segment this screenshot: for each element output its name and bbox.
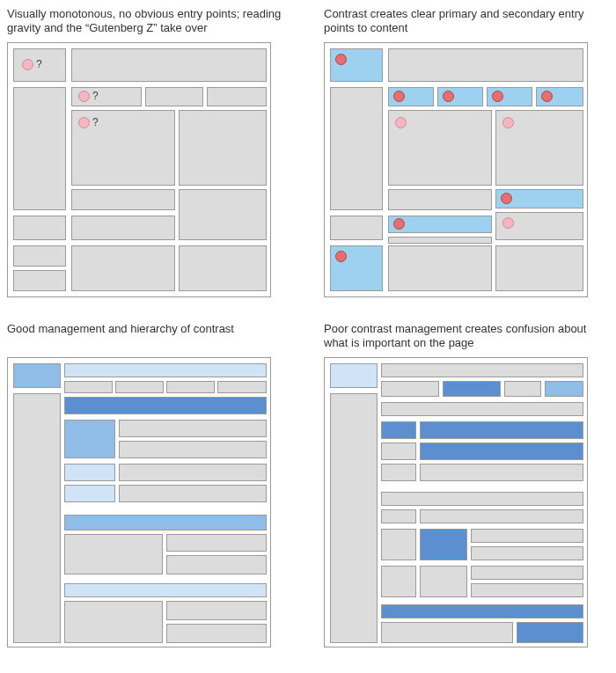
dot-icon bbox=[78, 117, 90, 128]
caption: Good management and hierarchy of contras… bbox=[7, 322, 292, 352]
dot-icon bbox=[502, 217, 514, 229]
panel-monotonous: Visually monotonous, no obvious entry po… bbox=[7, 7, 292, 297]
question-icon: ? bbox=[92, 116, 99, 128]
caption: Contrast creates clear primary and secon… bbox=[324, 7, 609, 37]
dot-icon bbox=[22, 59, 33, 70]
dot-icon bbox=[443, 91, 454, 102]
caption: Poor contrast management creates confusi… bbox=[324, 322, 609, 352]
question-icon: ? bbox=[92, 90, 99, 102]
dot-icon bbox=[393, 218, 405, 230]
dot-icon bbox=[502, 117, 514, 128]
wireframe bbox=[324, 357, 588, 647]
diagram-grid: Visually monotonous, no obvious entry po… bbox=[7, 7, 609, 647]
panel-good-hierarchy: Good management and hierarchy of contras… bbox=[7, 322, 292, 647]
caption: Visually monotonous, no obvious entry po… bbox=[7, 7, 292, 37]
wireframe bbox=[7, 357, 271, 647]
dot-icon bbox=[541, 91, 553, 102]
dot-icon bbox=[492, 91, 503, 102]
dot-icon bbox=[501, 193, 512, 204]
dot-icon bbox=[395, 117, 407, 128]
question-icon: ? bbox=[36, 58, 42, 70]
wireframe: ? ? ? bbox=[7, 42, 271, 297]
dot-icon bbox=[393, 91, 405, 102]
wireframe bbox=[324, 42, 588, 297]
panel-contrast-entry: Contrast creates clear primary and secon… bbox=[324, 7, 609, 297]
panel-poor-contrast: Poor contrast management creates confusi… bbox=[324, 322, 609, 647]
dot-icon bbox=[78, 91, 90, 102]
dot-icon bbox=[335, 251, 347, 262]
dot-icon bbox=[335, 54, 347, 65]
